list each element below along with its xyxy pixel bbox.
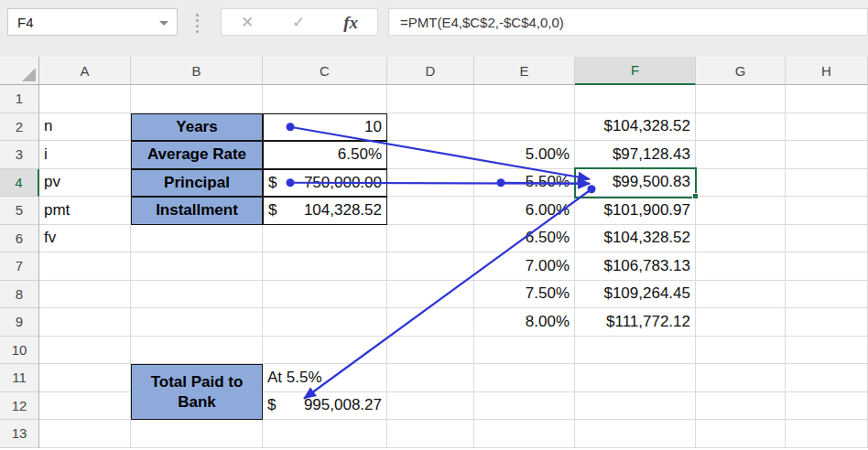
row-header-5[interactable]: 5 — [0, 197, 39, 225]
cell-B2[interactable]: Years — [131, 113, 263, 142]
cell-G8[interactable] — [696, 281, 786, 309]
cell-D10[interactable] — [387, 337, 474, 365]
cell-H3[interactable] — [786, 141, 868, 169]
cell-G13[interactable] — [696, 420, 786, 448]
cell-B13[interactable] — [131, 420, 263, 448]
cell-C12[interactable]: $995,008.27 — [263, 392, 387, 421]
row-header-8[interactable]: 8 — [0, 281, 39, 309]
cell-E9[interactable]: 8.00% — [474, 308, 575, 337]
column-header-F[interactable]: F — [575, 57, 696, 85]
cell-F13[interactable] — [575, 420, 696, 448]
cell-E6[interactable]: 6.50% — [474, 225, 575, 253]
cell-B8[interactable] — [131, 281, 263, 309]
cell-D2[interactable] — [387, 113, 474, 142]
cell-A10[interactable] — [39, 337, 131, 365]
cell-E4[interactable]: 5.50% — [474, 169, 575, 198]
cell-B6[interactable] — [131, 225, 263, 253]
cell-D13[interactable] — [387, 420, 474, 448]
cell-D9[interactable] — [387, 308, 474, 337]
cell-C11[interactable]: At 5.5% — [263, 364, 387, 392]
cell-H5[interactable] — [786, 197, 868, 225]
row-header-9[interactable]: 9 — [0, 308, 39, 337]
cell-B5[interactable]: Installment — [131, 197, 263, 225]
cell-H11[interactable] — [786, 364, 868, 392]
cell-A4[interactable]: pv — [39, 169, 131, 198]
cell-C7[interactable] — [263, 252, 387, 281]
cell-H6[interactable] — [786, 225, 868, 253]
cell-A6[interactable]: fv — [39, 225, 131, 253]
cell-F6[interactable]: $104,328.52 — [575, 225, 696, 253]
cell-B1[interactable] — [131, 85, 263, 113]
cell-B4[interactable]: Principal — [131, 169, 263, 198]
cell-F4[interactable]: $99,500.83 — [575, 169, 696, 198]
cell-G4[interactable] — [696, 169, 786, 198]
cell-G7[interactable] — [696, 252, 786, 281]
cell-C10[interactable] — [263, 337, 387, 365]
cell-F11[interactable] — [575, 364, 696, 392]
cell-F1[interactable] — [575, 85, 696, 113]
formula-bar[interactable]: =PMT(E4,$C$2,-$C$4,0,0) — [388, 8, 868, 36]
cell-F8[interactable]: $109,264.45 — [575, 281, 696, 309]
cell-A8[interactable] — [39, 281, 131, 309]
cell-D1[interactable] — [387, 85, 474, 113]
row-header-11[interactable]: 11 — [0, 364, 39, 392]
cell-D4[interactable] — [387, 169, 474, 198]
cell-B9[interactable] — [131, 308, 263, 337]
cell-G12[interactable] — [696, 392, 786, 421]
row-header-4[interactable]: 4 — [0, 169, 39, 198]
column-header-C[interactable]: C — [263, 57, 387, 85]
cell-F12[interactable] — [575, 392, 696, 421]
cell-A11[interactable] — [39, 364, 131, 392]
name-box-dropdown-icon[interactable] — [159, 21, 168, 26]
name-box[interactable]: F4 — [7, 8, 178, 36]
row-header-13[interactable]: 13 — [0, 420, 39, 448]
cell-F7[interactable]: $106,783.13 — [575, 252, 696, 281]
column-header-H[interactable]: H — [786, 57, 868, 85]
select-all-corner[interactable] — [0, 57, 39, 85]
cell-B3[interactable]: Average Rate — [131, 141, 263, 169]
row-header-7[interactable]: 7 — [0, 252, 39, 281]
cell-D6[interactable] — [387, 225, 474, 253]
cell-F3[interactable]: $97,128.43 — [575, 141, 696, 169]
cell-D7[interactable] — [387, 252, 474, 281]
cell-A3[interactable]: i — [39, 141, 131, 169]
cell-E10[interactable] — [474, 337, 575, 365]
cell-A7[interactable] — [39, 252, 131, 281]
cell-G3[interactable] — [696, 141, 786, 169]
cell-D8[interactable] — [387, 281, 474, 309]
cell-H7[interactable] — [786, 252, 868, 281]
cell-D5[interactable] — [387, 197, 474, 225]
cell-C4[interactable]: $750,000.00 — [263, 169, 387, 198]
row-header-6[interactable]: 6 — [0, 225, 39, 253]
insert-function-icon[interactable]: fx — [343, 14, 358, 31]
cell-C1[interactable] — [263, 85, 387, 113]
cell-C9[interactable] — [263, 308, 387, 337]
cell-H2[interactable] — [786, 113, 868, 142]
cell-A9[interactable] — [39, 308, 131, 337]
cell-G2[interactable] — [696, 113, 786, 142]
column-header-G[interactable]: G — [696, 57, 786, 85]
cell-B10[interactable] — [131, 337, 263, 365]
column-header-B[interactable]: B — [131, 57, 263, 85]
cell-E13[interactable] — [474, 420, 575, 448]
cell-C6[interactable] — [263, 225, 387, 253]
cell-C13[interactable] — [263, 420, 387, 448]
fill-handle[interactable] — [692, 193, 699, 199]
cell-E7[interactable]: 7.00% — [474, 252, 575, 281]
cell-H4[interactable] — [786, 169, 868, 198]
cell-E3[interactable]: 5.00% — [474, 141, 575, 169]
cell-A2[interactable]: n — [39, 113, 131, 142]
cancel-icon[interactable]: ✕ — [241, 15, 254, 30]
cell-G11[interactable] — [696, 364, 786, 392]
cell-A13[interactable] — [39, 420, 131, 448]
cell-F5[interactable]: $101,900.97 — [575, 197, 696, 225]
cell-H8[interactable] — [786, 281, 868, 309]
cell-E12[interactable] — [474, 392, 575, 421]
column-header-D[interactable]: D — [387, 57, 474, 85]
cell-C8[interactable] — [263, 281, 387, 309]
cell-D3[interactable] — [387, 141, 474, 169]
row-header-1[interactable]: 1 — [0, 85, 39, 113]
column-header-A[interactable]: A — [39, 57, 131, 85]
cell-B11[interactable]: Total Paid to Bank — [131, 364, 263, 420]
cell-H10[interactable] — [786, 337, 868, 365]
